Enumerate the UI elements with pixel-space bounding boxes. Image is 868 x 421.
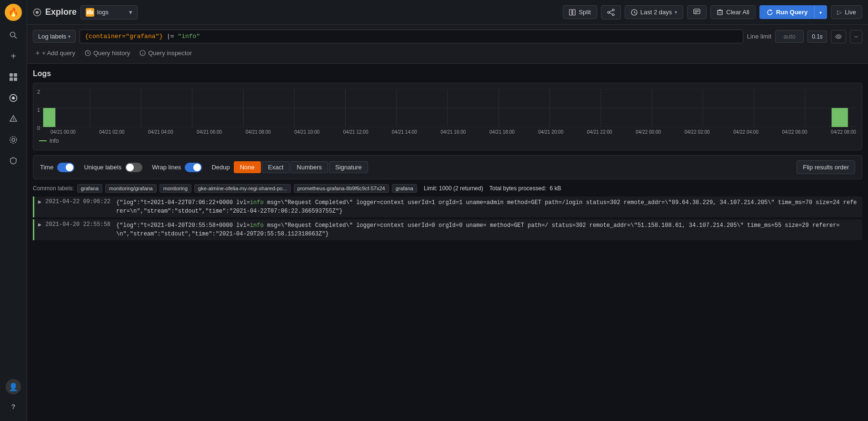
svg-point-24 — [612, 14, 614, 16]
chart-svg — [39, 89, 856, 127]
inspector-icon: i — [140, 50, 146, 56]
panel-title: Logs — [33, 69, 862, 78]
sidebar-item-search[interactable] — [4, 26, 23, 45]
add-query-button[interactable]: + + Add query — [33, 47, 78, 59]
live-button[interactable]: ▷ Live — [831, 5, 862, 19]
sidebar-item-alerting[interactable] — [4, 109, 23, 128]
query-filter-val: "info" — [178, 33, 200, 40]
sidebar-item-dashboards[interactable] — [4, 68, 23, 87]
svg-rect-21 — [569, 10, 572, 15]
split-button[interactable]: Split — [563, 5, 597, 19]
query-pipe: |= — [163, 33, 178, 40]
sidebar-item-config[interactable] — [4, 130, 23, 149]
toggle-visibility-button[interactable] — [831, 30, 846, 43]
run-chevron-icon: ▾ — [819, 10, 822, 15]
wrap-lines-toggle-knob — [193, 164, 201, 171]
wrap-lines-option: Wrap lines — [152, 163, 202, 172]
app-logo[interactable]: 🔥 — [5, 4, 22, 21]
main-content: Explore logs ▾ Split — [27, 0, 868, 421]
page-title: Explore — [33, 7, 77, 17]
history-icon — [85, 50, 91, 56]
log-content: {"log":"t=2021-04-22T07:06:22+0000 lvl=i… — [116, 198, 858, 215]
svg-point-13 — [10, 137, 17, 143]
time-toggle[interactable] — [57, 163, 74, 172]
query-row: Log labels ▾ {container="grafana"} |= "i… — [33, 29, 862, 43]
dedup-numbers-button[interactable]: Numbers — [290, 161, 328, 173]
dedup-signature-button[interactable]: Signature — [329, 161, 368, 173]
datasource-name: logs — [97, 9, 109, 16]
explore-icon — [33, 8, 41, 17]
remove-query-button[interactable]: − — [850, 30, 862, 43]
table-row[interactable]: ▶ 2021-04-20 22:55:58 {"log":"t=2021-04-… — [33, 219, 862, 240]
label-badge-grafana: grafana — [77, 184, 102, 193]
dedup-exact-button[interactable]: Exact — [262, 161, 290, 173]
clear-all-button[interactable]: Clear All — [710, 5, 755, 19]
chart-legend: info — [39, 137, 856, 144]
minus-icon: − — [854, 33, 858, 40]
time-badge: 0.1s — [808, 30, 827, 43]
comment-button[interactable] — [687, 5, 707, 19]
chart-container: 2 1 0 — [33, 83, 862, 150]
datasource-selector[interactable]: logs ▾ — [80, 5, 138, 20]
sidebar-item-shield[interactable] — [4, 151, 23, 170]
run-query-dropdown[interactable]: ▾ — [814, 5, 827, 19]
legend-label: info — [50, 137, 59, 144]
title-text: Explore — [45, 7, 77, 17]
log-labels-label: Log labels — [38, 33, 66, 40]
query-container-val: "grafana" — [126, 33, 159, 40]
legend-color-line — [39, 140, 47, 141]
svg-rect-22 — [573, 10, 575, 15]
line-limit-input[interactable] — [775, 30, 804, 43]
row-expand-icon[interactable]: ▶ — [38, 198, 41, 215]
time-chevron-icon: ▾ — [675, 10, 677, 15]
log-content: {"log":"t=2021-04-20T20:55:58+0000 lvl=i… — [116, 221, 858, 238]
datasource-chevron-icon: ▾ — [129, 9, 132, 16]
sidebar: 🔥 + — [0, 0, 27, 421]
flip-results-button[interactable]: Flip results order — [797, 160, 855, 174]
query-actions: + + Add query Query history i Query insp… — [33, 47, 862, 59]
svg-point-2 — [10, 32, 15, 37]
svg-rect-62 — [43, 108, 56, 127]
datasource-icon — [86, 8, 94, 17]
total-bytes-label: Total bytes processed: — [489, 185, 546, 192]
query-container-key: {container= — [85, 33, 126, 40]
clock-icon — [631, 9, 638, 16]
svg-text:i: i — [142, 51, 143, 56]
share-button[interactable] — [601, 5, 621, 20]
dedup-none-button[interactable]: None — [234, 161, 261, 173]
live-icon: ▷ — [837, 9, 842, 16]
row-expand-icon[interactable]: ▶ — [38, 221, 41, 238]
user-avatar[interactable]: 👤 — [6, 379, 21, 394]
time-option-label: Time — [40, 164, 53, 171]
svg-line-27 — [609, 13, 612, 14]
time-option: Time — [40, 163, 74, 172]
svg-rect-19 — [90, 10, 91, 14]
eye-icon — [835, 34, 842, 39]
sidebar-item-help[interactable]: ? — [4, 397, 23, 416]
table-row[interactable]: ▶ 2021-04-22 09:06:22 {"log":"t=2021-04-… — [33, 196, 862, 217]
run-query-button[interactable]: Run Query — [759, 5, 814, 19]
unique-labels-toggle[interactable] — [125, 163, 142, 172]
svg-point-9 — [12, 97, 15, 99]
query-inspector-button[interactable]: i Query inspector — [137, 48, 195, 59]
label-badge-monitoring-grafana: monitoring/grafana — [105, 184, 157, 193]
query-input[interactable]: {container="grafana"} |= "info" — [80, 29, 743, 43]
sidebar-item-explore[interactable] — [4, 88, 23, 108]
common-labels-row: Common labels: grafana monitoring/grafan… — [33, 184, 862, 193]
svg-rect-7 — [14, 78, 17, 81]
time-range-button[interactable]: Last 2 days ▾ — [625, 5, 684, 19]
svg-point-12 — [12, 138, 15, 141]
query-editor: Log labels ▾ {container="grafana"} |= "i… — [27, 25, 868, 64]
label-badge-gke: gke-almine-ofelia-my-regi-shared-po... — [194, 184, 290, 193]
query-history-button[interactable]: Query history — [82, 48, 133, 59]
log-timestamp: 2021-04-20 22:55:58 — [45, 221, 110, 238]
total-bytes-value: 6 kB — [550, 185, 561, 192]
sidebar-item-add[interactable]: + — [4, 47, 23, 66]
wrap-lines-option-label: Wrap lines — [152, 164, 181, 171]
wrap-lines-toggle[interactable] — [185, 163, 202, 172]
log-options: Time Unique labels Wrap lines Dedup — [33, 155, 862, 179]
log-labels-button[interactable]: Log labels ▾ — [33, 30, 76, 43]
split-icon — [569, 9, 576, 16]
chart-y-labels: 2 1 0 — [37, 89, 40, 131]
chart-x-labels: 04/21 00:00 04/21 02:00 04/21 04:00 04/2… — [50, 129, 856, 135]
